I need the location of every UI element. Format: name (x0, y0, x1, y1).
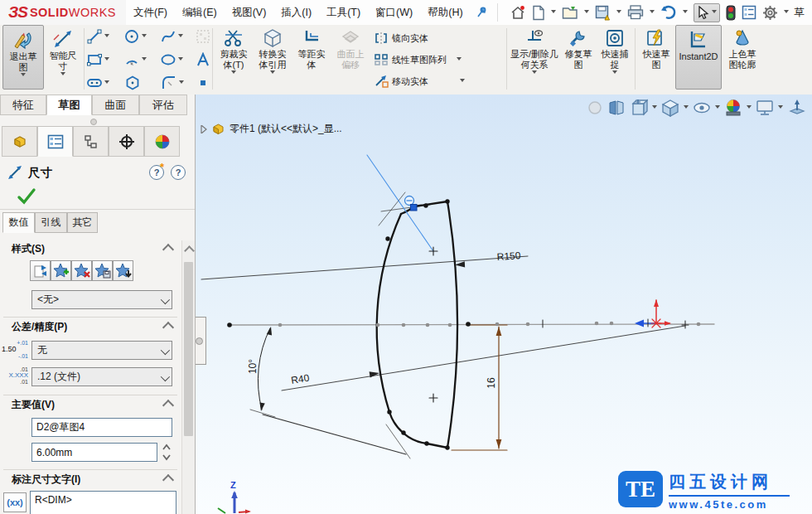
r6-selection-handles[interactable] (405, 196, 418, 211)
exit-sketch-caret[interactable] (21, 73, 26, 79)
graphics-area[interactable]: 零件1 (默认<<默认>_显... (196, 95, 812, 514)
offset-entities-button[interactable]: 等距实体 (292, 25, 331, 70)
value-spinner[interactable] (161, 443, 172, 462)
panel-scrollbar[interactable] (181, 240, 195, 514)
open-icon[interactable] (562, 5, 578, 20)
pin-icon[interactable] (476, 6, 489, 19)
move-entities-button[interactable]: 移动实体 (374, 71, 505, 91)
new-dropdown-caret[interactable] (551, 10, 556, 16)
r150-leader-line[interactable] (201, 256, 528, 279)
move-entities-caret[interactable] (460, 79, 465, 85)
tab-property-manager[interactable] (37, 126, 73, 157)
trim-caret[interactable] (231, 70, 236, 76)
convert-entities-button[interactable]: 转换实体引用 (253, 25, 292, 76)
dim-height-text[interactable]: 16 (486, 377, 497, 389)
menu-window[interactable]: 窗口(W) (375, 6, 413, 20)
lens-bottom-fillet[interactable] (389, 412, 427, 444)
style-apply-default-button[interactable] (30, 260, 51, 281)
select-tool-button[interactable] (694, 3, 720, 22)
spline-icon[interactable] (160, 28, 176, 45)
style-load-button[interactable] (113, 260, 133, 281)
primary-value-collapse-chevron[interactable] (162, 400, 174, 411)
style-section-header[interactable]: 样式(S) (12, 242, 45, 256)
menu-tools[interactable]: 工具(T) (326, 6, 360, 20)
arc-icon[interactable] (123, 51, 140, 68)
style-add-button[interactable] (51, 260, 71, 281)
arc-caret[interactable] (142, 57, 147, 63)
rapid-sketch-button[interactable]: 快速草图 (637, 25, 675, 70)
style-delete-button[interactable] (71, 260, 92, 281)
tolerance-collapse-chevron[interactable] (162, 322, 174, 333)
dimension-name-field[interactable]: D2@草图4 (31, 418, 172, 437)
tolerance-section-header[interactable]: 公差/精度(P) (12, 320, 67, 334)
lens-top-edge[interactable] (414, 201, 447, 206)
select-dropdown-caret[interactable] (712, 10, 717, 16)
print-icon[interactable] (627, 5, 644, 20)
smart-dimension-caret[interactable] (60, 72, 65, 78)
primary-value-section-header[interactable]: 主要值(V) (12, 398, 55, 412)
text-icon[interactable] (196, 52, 210, 67)
dim-r40-text[interactable]: R40 (290, 372, 310, 386)
style-dropdown[interactable]: <无> (31, 290, 172, 309)
menu-view[interactable]: 视图(V) (232, 6, 267, 20)
polygon-icon[interactable] (124, 75, 141, 91)
undo-dropdown-caret[interactable] (683, 10, 688, 16)
gear-icon[interactable] (762, 5, 778, 21)
ellipse-icon[interactable] (160, 51, 176, 68)
menu-help[interactable]: 帮助(H) (428, 6, 462, 20)
home-icon[interactable] (510, 5, 526, 21)
circle-icon[interactable] (123, 28, 140, 45)
fillet-icon[interactable] (161, 75, 177, 91)
menu-insert[interactable]: 插入(I) (281, 6, 312, 20)
style-save-button[interactable] (92, 260, 113, 281)
convert-caret[interactable] (270, 70, 275, 76)
repair-sketch-button[interactable]: 修复草图 (560, 25, 597, 70)
new-document-icon[interactable] (532, 5, 545, 21)
dimension-value-field[interactable]: 6.00mm (31, 443, 157, 462)
help-icon[interactable]: ? (171, 165, 186, 180)
tab-evaluate[interactable]: 评估 (139, 95, 187, 115)
angle-dimension-arc[interactable] (258, 328, 270, 410)
shaded-contours-button[interactable]: 上色草图轮廓 (722, 25, 763, 70)
line-icon[interactable] (86, 28, 103, 45)
r6-leader-line[interactable] (367, 155, 433, 251)
relations-caret[interactable] (532, 70, 537, 76)
circle-caret[interactable] (142, 34, 147, 40)
exit-sketch-button[interactable]: 退出草图 (2, 25, 44, 90)
panel-collapse-handle[interactable] (90, 119, 97, 125)
menu-edit[interactable]: 编辑(E) (182, 6, 217, 20)
quick-snaps-button[interactable]: 快速捕捉 (597, 25, 633, 76)
open-dropdown-caret[interactable] (584, 10, 589, 16)
slot-icon[interactable] (86, 75, 103, 91)
options-list-icon[interactable] (742, 5, 756, 20)
quick-snaps-caret[interactable] (612, 70, 617, 76)
line-caret[interactable] (104, 34, 109, 40)
ellipse-caret[interactable] (178, 57, 183, 63)
tab-dimxpert-manager[interactable] (109, 126, 144, 157)
menu-file[interactable]: 文件(F) (133, 6, 167, 20)
lens-bottom-edge[interactable] (427, 444, 447, 448)
tab-leaders[interactable]: 引线 (35, 212, 67, 233)
rectangle-icon[interactable] (86, 51, 103, 68)
save-icon[interactable] (595, 5, 611, 21)
linear-pattern-caret[interactable] (457, 57, 462, 63)
height-dimension-lines[interactable] (452, 325, 507, 450)
linear-pattern-button[interactable]: 线性草图阵列 (374, 50, 505, 70)
ok-checkmark-button[interactable] (17, 187, 36, 206)
dim-text-field[interactable]: R<DIM> (30, 491, 176, 514)
rectangle-caret[interactable] (104, 57, 109, 63)
tab-sketch[interactable]: 草图 (46, 95, 92, 115)
trim-entities-button[interactable]: 剪裁实体(T) (215, 25, 253, 76)
save-dropdown-caret[interactable] (616, 10, 621, 16)
tab-value[interactable]: 数值 (2, 212, 35, 233)
panel-splitter-handle[interactable] (196, 317, 206, 365)
mirror-entities-button[interactable]: 镜向实体 (374, 28, 505, 48)
spline-caret[interactable] (178, 34, 183, 40)
r40-leader-line[interactable] (282, 326, 685, 390)
lens-left-arc[interactable] (377, 214, 401, 412)
selected-vertex-handle[interactable] (411, 205, 418, 211)
tab-configuration-manager[interactable] (73, 126, 109, 157)
scrollbar-up-arrow[interactable] (184, 245, 195, 256)
tab-display-manager[interactable] (144, 126, 180, 157)
smart-dimension-button[interactable]: 智能尺寸 (44, 25, 82, 78)
